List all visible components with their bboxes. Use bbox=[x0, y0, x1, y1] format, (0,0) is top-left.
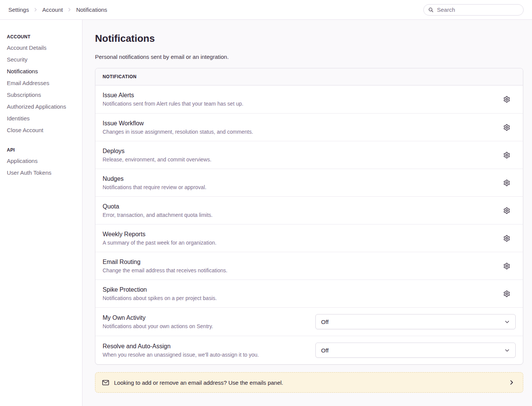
row-title: Spike Protection bbox=[103, 286, 494, 293]
breadcrumb-item[interactable]: Notifications bbox=[76, 6, 107, 13]
sidebar-section-header: API bbox=[7, 145, 78, 155]
gear-icon bbox=[504, 96, 510, 103]
page-subtitle: Personal notifications sent by email or … bbox=[95, 54, 523, 60]
row-title: Issue Workflow bbox=[103, 120, 494, 127]
notification-select[interactable]: Off bbox=[315, 343, 516, 358]
sidebar-item-notifications[interactable]: Notifications bbox=[7, 65, 78, 77]
chevron-right-icon bbox=[67, 7, 72, 12]
row-description: Error, transaction, and attachment quota… bbox=[103, 212, 494, 218]
sidebar-section: APIApplicationsUser Auth Tokens bbox=[7, 145, 78, 179]
sidebar-section: ACCOUNTAccount DetailsSecurityNotificati… bbox=[7, 32, 78, 136]
row-text: NudgesNotifications that require review … bbox=[103, 175, 501, 190]
alert-open-button[interactable] bbox=[507, 378, 516, 387]
row-title: My Own Activity bbox=[103, 314, 308, 321]
chevron-down-icon bbox=[504, 319, 510, 325]
envelope-icon bbox=[102, 380, 109, 385]
gear-icon bbox=[504, 124, 510, 131]
breadcrumb-item[interactable]: Account bbox=[42, 6, 63, 13]
sidebar-item-security[interactable]: Security bbox=[7, 54, 78, 65]
row-title: Nudges bbox=[103, 175, 494, 182]
row-text: QuotaError, transaction, and attachment … bbox=[103, 203, 501, 218]
sidebar-item-email-addresses[interactable]: Email Addresses bbox=[7, 77, 78, 89]
notification-settings-button[interactable] bbox=[501, 177, 512, 188]
sidebar-item-subscriptions[interactable]: Subscriptions bbox=[7, 89, 78, 101]
row-description: Notifications that require review or app… bbox=[103, 184, 494, 190]
select-value: Off bbox=[321, 347, 329, 354]
notification-row: Spike ProtectionNotifications about spik… bbox=[95, 280, 523, 307]
notification-row: Resolve and Auto-AssignWhen you resolve … bbox=[95, 336, 523, 364]
page-title: Notifications bbox=[95, 33, 523, 44]
row-text: Issue WorkflowChanges in issue assignmen… bbox=[103, 120, 501, 135]
gear-icon bbox=[504, 152, 510, 158]
breadcrumb-item[interactable]: Settings bbox=[8, 6, 29, 13]
row-text: Email RoutingChange the email address th… bbox=[103, 259, 501, 273]
row-text: Spike ProtectionNotifications about spik… bbox=[103, 286, 501, 301]
row-text: Issue AlertsNotifications sent from Aler… bbox=[103, 92, 501, 107]
row-description: Notifications about your own actions on … bbox=[103, 323, 308, 329]
sidebar-item-authorized-applications[interactable]: Authorized Applications bbox=[7, 101, 78, 112]
select-value: Off bbox=[321, 319, 329, 325]
row-text: Weekly ReportsA summary of the past week… bbox=[103, 231, 501, 246]
notification-row: QuotaError, transaction, and attachment … bbox=[95, 196, 523, 224]
alert-text: Looking to add or remove an email addres… bbox=[114, 379, 283, 386]
row-title: Email Routing bbox=[103, 259, 494, 265]
panel-header: NOTIFICATION bbox=[95, 68, 523, 85]
sidebar-item-user-auth-tokens[interactable]: User Auth Tokens bbox=[7, 167, 78, 179]
row-description: Release, environment, and commit overvie… bbox=[103, 156, 494, 163]
gear-icon bbox=[504, 235, 510, 242]
top-bar: SettingsAccountNotifications bbox=[0, 0, 532, 20]
row-description: Changes in issue assignment, resolution … bbox=[103, 129, 494, 135]
chevron-down-icon bbox=[504, 348, 510, 353]
gear-icon bbox=[504, 207, 510, 214]
notification-row: NudgesNotifications that require review … bbox=[95, 169, 523, 196]
notification-select[interactable]: Off bbox=[315, 314, 516, 329]
main-content: Notifications Personal notifications sen… bbox=[82, 20, 532, 406]
gear-icon bbox=[504, 263, 510, 269]
row-title: Quota bbox=[103, 203, 494, 210]
notification-row: Issue WorkflowChanges in issue assignmen… bbox=[95, 113, 523, 141]
gear-icon bbox=[504, 291, 510, 297]
chevron-right-icon bbox=[508, 379, 515, 385]
search-input[interactable] bbox=[436, 6, 519, 13]
row-description: Notifications about spikes on a per proj… bbox=[103, 295, 494, 301]
row-description: When you resolve an unassigned issue, we… bbox=[103, 352, 308, 358]
search-icon bbox=[428, 7, 434, 13]
gear-icon bbox=[504, 180, 510, 186]
notification-row: Issue AlertsNotifications sent from Aler… bbox=[95, 85, 523, 113]
notification-settings-button[interactable] bbox=[501, 122, 512, 133]
notification-row: My Own ActivityNotifications about your … bbox=[95, 307, 523, 336]
panel-body: Issue AlertsNotifications sent from Aler… bbox=[95, 85, 523, 364]
sidebar-section-header: ACCOUNT bbox=[7, 32, 78, 42]
row-text: DeploysRelease, environment, and commit … bbox=[103, 148, 501, 163]
chevron-right-icon bbox=[33, 7, 38, 12]
notification-row: DeploysRelease, environment, and commit … bbox=[95, 141, 523, 169]
sidebar-item-close-account[interactable]: Close Account bbox=[7, 124, 78, 136]
notification-settings-button[interactable] bbox=[501, 94, 512, 105]
notification-row: Email RoutingChange the email address th… bbox=[95, 252, 523, 280]
sidebar-item-applications[interactable]: Applications bbox=[7, 155, 78, 167]
row-description: Notifications sent from Alert rules that… bbox=[103, 101, 494, 107]
notification-panel: NOTIFICATION Issue AlertsNotifications s… bbox=[95, 68, 523, 365]
settings-sidebar: ACCOUNTAccount DetailsSecurityNotificati… bbox=[0, 20, 82, 406]
row-title: Deploys bbox=[103, 148, 494, 155]
sidebar-item-identities[interactable]: Identities bbox=[7, 112, 78, 124]
row-text: Resolve and Auto-AssignWhen you resolve … bbox=[103, 343, 315, 358]
emails-alert[interactable]: Looking to add or remove an email addres… bbox=[95, 372, 523, 393]
notification-row: Weekly ReportsA summary of the past week… bbox=[95, 224, 523, 252]
row-description: Change the email address that receives n… bbox=[103, 267, 494, 273]
search-box[interactable] bbox=[423, 4, 524, 16]
breadcrumb: SettingsAccountNotifications bbox=[8, 6, 107, 13]
row-title: Resolve and Auto-Assign bbox=[103, 343, 308, 350]
row-text: My Own ActivityNotifications about your … bbox=[103, 314, 315, 329]
notification-settings-button[interactable] bbox=[501, 150, 512, 161]
row-title: Weekly Reports bbox=[103, 231, 494, 238]
notification-settings-button[interactable] bbox=[501, 261, 512, 272]
row-description: A summary of the past week for an organi… bbox=[103, 240, 494, 246]
sidebar-item-account-details[interactable]: Account Details bbox=[7, 42, 78, 54]
notification-settings-button[interactable] bbox=[501, 288, 512, 299]
row-title: Issue Alerts bbox=[103, 92, 494, 99]
notification-settings-button[interactable] bbox=[501, 233, 512, 244]
notification-settings-button[interactable] bbox=[501, 205, 512, 216]
